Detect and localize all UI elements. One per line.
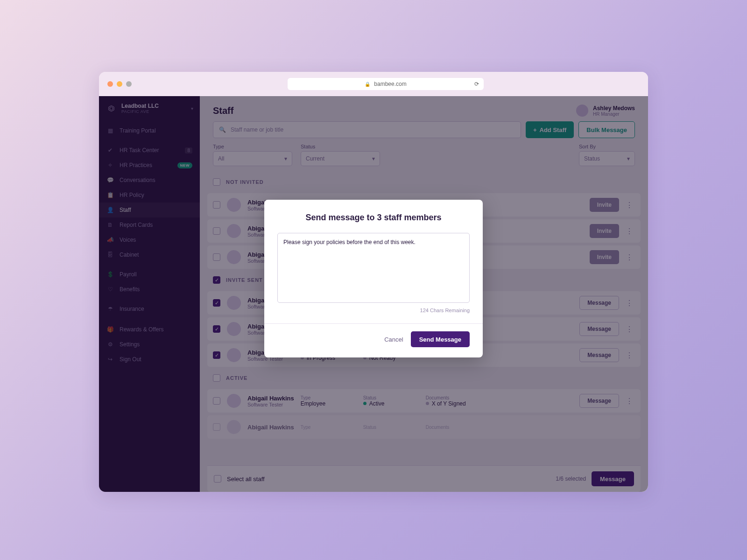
modal-title: Send message to 3 staff members xyxy=(277,213,470,223)
message-textarea[interactable] xyxy=(277,233,470,303)
url-text: bambee.com xyxy=(374,81,406,87)
lock-icon: 🔒 xyxy=(365,82,370,87)
cancel-button[interactable]: Cancel xyxy=(384,336,403,343)
titlebar: 🔒 bambee.com ⟳ xyxy=(99,72,648,96)
send-message-button[interactable]: Send Message xyxy=(411,331,470,347)
window-controls xyxy=(107,81,132,87)
char-counter: 124 Chars Remaining xyxy=(277,308,470,313)
browser-window: 🔒 bambee.com ⟳ Leadboat LLC PACIFIC AVE … xyxy=(99,72,648,492)
reload-icon[interactable]: ⟳ xyxy=(474,81,479,87)
divider xyxy=(264,323,483,324)
maximize-window-icon[interactable] xyxy=(126,81,132,87)
minimize-window-icon[interactable] xyxy=(117,81,122,87)
close-window-icon[interactable] xyxy=(107,81,113,87)
send-message-modal: Send message to 3 staff members 124 Char… xyxy=(264,200,483,357)
address-bar[interactable]: 🔒 bambee.com ⟳ xyxy=(288,78,484,90)
